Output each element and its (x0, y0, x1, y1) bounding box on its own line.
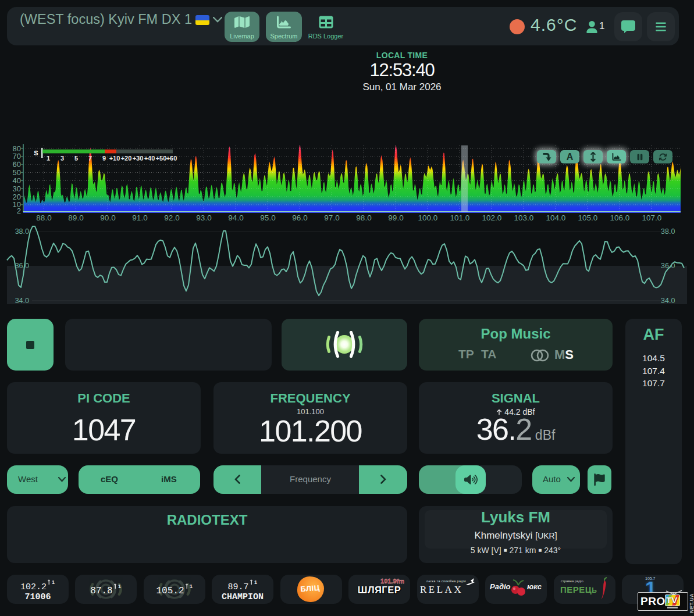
svg-text:104.0: 104.0 (546, 213, 566, 222)
svg-text:9: 9 (102, 155, 106, 162)
svg-text:102.0: 102.0 (482, 213, 502, 222)
svg-text:95.0: 95.0 (260, 213, 275, 222)
svg-text:105.0: 105.0 (578, 213, 598, 222)
svg-text:40: 40 (13, 176, 21, 185)
svg-text:38.0: 38.0 (15, 227, 29, 236)
svg-text:103.0: 103.0 (514, 213, 534, 222)
svg-text:1: 1 (254, 579, 257, 585)
svg-text:90.0: 90.0 (100, 213, 115, 222)
svg-text:S: S (34, 149, 38, 156)
svg-text:80: 80 (13, 144, 21, 153)
svg-text:93.0: 93.0 (196, 213, 211, 222)
svg-text:2: 2 (17, 206, 21, 215)
svg-text:50: 50 (13, 168, 21, 177)
svg-text:7: 7 (88, 155, 92, 162)
svg-text:+20: +20 (121, 155, 132, 162)
svg-text:107.0: 107.0 (642, 213, 662, 222)
svg-text:100.0: 100.0 (418, 213, 438, 222)
svg-text:34.0: 34.0 (661, 297, 675, 305)
svg-text:36.0: 36.0 (661, 262, 675, 270)
svg-text:20: 20 (13, 193, 21, 201)
svg-text:36.0: 36.0 (15, 262, 29, 270)
svg-text:5: 5 (74, 155, 78, 162)
svg-text:94.0: 94.0 (228, 213, 243, 222)
svg-text:99.0: 99.0 (388, 213, 403, 222)
svg-text:1: 1 (118, 583, 121, 589)
svg-text:97.0: 97.0 (324, 213, 339, 222)
svg-text:+40: +40 (144, 155, 155, 162)
svg-text:60: 60 (13, 160, 21, 169)
svg-text:1: 1 (190, 583, 193, 589)
svg-text:70: 70 (13, 152, 21, 161)
svg-text:92.0: 92.0 (164, 213, 179, 222)
svg-text:91.0: 91.0 (132, 213, 147, 222)
svg-text:96.0: 96.0 (292, 213, 307, 222)
svg-text:1: 1 (52, 579, 55, 585)
svg-text:+50: +50 (156, 155, 167, 162)
svg-text:38.0: 38.0 (661, 227, 675, 236)
svg-text:30: 30 (13, 184, 21, 193)
svg-text:101.0: 101.0 (450, 213, 470, 222)
svg-text:88.0: 88.0 (36, 213, 51, 222)
svg-text:89.0: 89.0 (68, 213, 83, 222)
svg-text:106.0: 106.0 (610, 213, 630, 222)
svg-text:98.0: 98.0 (356, 213, 371, 222)
svg-text:+10: +10 (109, 155, 120, 162)
svg-text:1: 1 (47, 155, 50, 162)
svg-text:3: 3 (60, 155, 64, 162)
svg-text:+30: +30 (133, 155, 144, 162)
svg-text:34.0: 34.0 (15, 297, 29, 305)
svg-text:+60: +60 (166, 155, 177, 162)
